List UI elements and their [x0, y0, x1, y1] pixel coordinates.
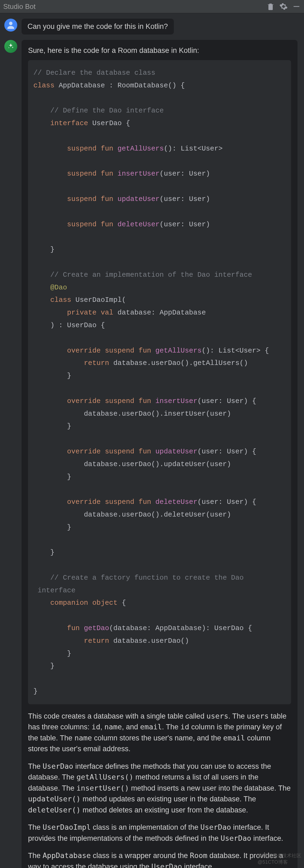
- bot-message-row: Sure, here is the code for a Room databa…: [4, 40, 298, 868]
- person-icon: [6, 20, 16, 30]
- bot-avatar: [4, 40, 17, 53]
- bot-intro-text: Sure, here is the code for a Room databa…: [28, 46, 291, 55]
- explanation-p1: This code creates a database with a sing…: [28, 711, 291, 754]
- bot-message: Sure, here is the code for a Room databa…: [22, 40, 298, 868]
- user-avatar: [4, 19, 17, 32]
- explanation: This code creates a database with a sing…: [28, 711, 291, 868]
- user-message: Can you give me the code for this in Kot…: [22, 19, 174, 34]
- code-block[interactable]: // Declare the database class class AppD…: [28, 60, 291, 704]
- sparkle-icon: [7, 42, 14, 50]
- explanation-p2: The UserDao interface defines the method…: [28, 761, 291, 816]
- explanation-p3: The UserDaoImpl class is an implementati…: [28, 822, 291, 844]
- panel-title: Studio Bot: [3, 2, 36, 11]
- svg-rect-0: [294, 6, 299, 7]
- minimize-icon[interactable]: [292, 2, 301, 11]
- watermark: @稀土掘金技术社区 @51CTO博客: [258, 852, 301, 865]
- chat-content: Can you give me the code for this in Kot…: [0, 13, 304, 868]
- explanation-p4: The AppDatabase class is a wrapper aroun…: [28, 850, 291, 868]
- header-bar: Studio Bot: [0, 0, 304, 13]
- user-message-row: Can you give me the code for this in Kot…: [4, 19, 298, 34]
- trash-icon[interactable]: [266, 2, 275, 11]
- svg-point-1: [9, 22, 13, 25]
- gear-icon[interactable]: [279, 2, 288, 11]
- header-actions: [266, 2, 301, 11]
